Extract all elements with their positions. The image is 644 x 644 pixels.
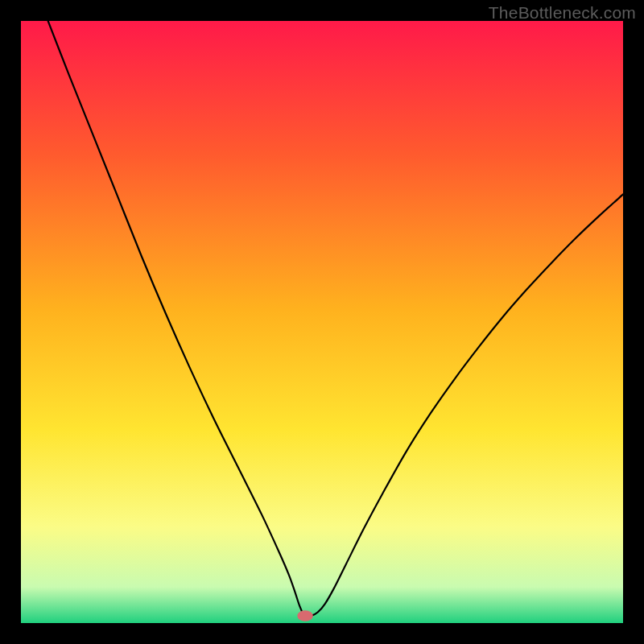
watermark-text: TheBottleneck.com xyxy=(489,3,636,23)
gradient-background xyxy=(21,21,623,623)
chart-frame: TheBottleneck.com xyxy=(0,0,644,644)
chart-svg xyxy=(21,21,623,623)
plot-area xyxy=(21,21,623,623)
minimum-marker xyxy=(297,610,312,621)
